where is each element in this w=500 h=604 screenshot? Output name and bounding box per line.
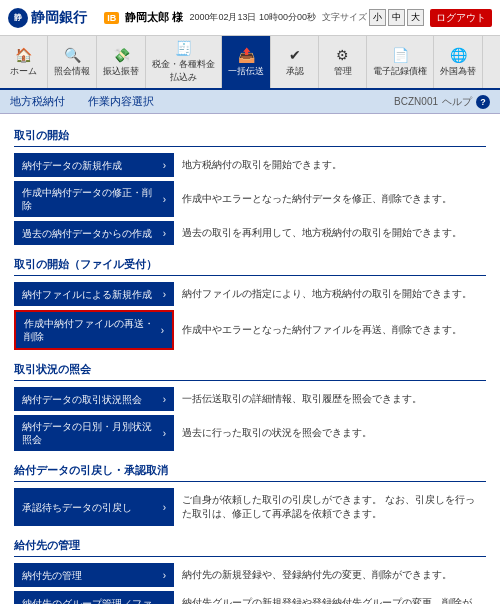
nav-item-manage[interactable]: ⚙管理 — [319, 36, 367, 88]
menu-button-from-past[interactable]: 過去の納付データからの作成› — [14, 221, 174, 245]
menu-row-new-create: 納付データの新規作成›地方税納付の取引を開始できます。 — [14, 153, 486, 177]
section-title-section-start: 取引の開始 — [14, 124, 486, 147]
chevron-icon-edit-delete: › — [163, 193, 166, 206]
menu-button-label-file-new: 納付ファイルによる新規作成 — [22, 288, 152, 301]
header-left: 静 静岡銀行 — [8, 8, 87, 28]
breadcrumb-left: 地方税納付 作業内容選択 — [10, 94, 154, 109]
bulk-icon: 📤 — [238, 47, 255, 63]
chevron-icon-pullback: › — [163, 501, 166, 514]
font-small-button[interactable]: 小 — [369, 9, 386, 26]
header: 静 静岡銀行 IB 静岡太郎 様 2000年02月13日 10時00分00秒 文… — [0, 0, 500, 36]
help-label: ヘルプ — [442, 95, 472, 109]
nav-label-tax: 税金・各種料金 払込み — [152, 58, 215, 84]
nav-label-manage: 管理 — [334, 65, 352, 78]
menu-row-pullback: 承認待ちデータの引戻し›ご自身が依頼した取引の引戻しができます。 なお、引戻しを… — [14, 488, 486, 526]
menu-button-label-edit-delete: 作成中納付データの修正・削除 — [22, 186, 159, 212]
breadcrumb-separator — [71, 94, 82, 109]
menu-button-file-resend[interactable]: 作成中納付ファイルの再送・削除› — [14, 310, 174, 350]
menu-row-status-inquiry: 納付データの取引状況照会›一括伝送取引の詳細情報、取引履歴を照会できます。 — [14, 387, 486, 411]
nav-label-承認: 承認 — [286, 65, 304, 78]
menu-button-pullback[interactable]: 承認待ちデータの引戻し› — [14, 488, 174, 526]
menu-button-payee-manage[interactable]: 納付先の管理› — [14, 563, 174, 587]
breadcrumb-right: BCZN001 ヘルプ ? — [394, 95, 490, 109]
menu-button-edit-delete[interactable]: 作成中納付データの修正・削除› — [14, 181, 174, 217]
nav-item-bulk[interactable]: 📤一括伝送 — [222, 36, 271, 88]
menu-desc-daily-inquiry: 過去に行った取引の状況を照会できます。 — [174, 415, 486, 451]
font-medium-button[interactable]: 中 — [388, 9, 405, 26]
chevron-icon-from-past: › — [163, 227, 166, 240]
bank-name: 静岡銀行 — [31, 9, 87, 27]
breadcrumb-page: 地方税納付 — [10, 94, 65, 109]
nav-item-承認[interactable]: ✔承認 — [271, 36, 319, 88]
nav-label-bulk: 一括伝送 — [228, 65, 264, 78]
section-title-section-file: 取引の開始（ファイル受付） — [14, 253, 486, 276]
nav-label-transfer: 振込振替 — [103, 65, 139, 78]
section-title-section-status: 取引状況の照会 — [14, 358, 486, 381]
nav-label-foreign: 外国為替 — [440, 65, 476, 78]
menu-desc-new-create: 地方税納付の取引を開始できます。 — [174, 153, 486, 177]
user-name: 静岡太郎 様 — [125, 10, 183, 25]
breadcrumb-section: 作業内容選択 — [88, 94, 154, 109]
menu-desc-from-past: 過去の取引を再利用して、地方税納付の取引を開始できます。 — [174, 221, 486, 245]
foreign-icon: 🌐 — [450, 47, 467, 63]
erec-icon: 📄 — [392, 47, 409, 63]
承認-icon: ✔ — [289, 47, 301, 63]
chevron-icon-file-new: › — [163, 288, 166, 301]
nav-item-erec[interactable]: 📄電子記録債権 — [367, 36, 434, 88]
chevron-icon-status-inquiry: › — [163, 393, 166, 406]
menu-button-label-group-manage: 納付先のグループ管理／ファイル登録 — [22, 597, 159, 604]
menu-desc-edit-delete: 作成中やエラーとなった納付データを修正、削除できます。 — [174, 181, 486, 217]
menu-button-file-new[interactable]: 納付ファイルによる新規作成› — [14, 282, 174, 306]
menu-button-label-pullback: 承認待ちデータの引戻し — [22, 501, 132, 514]
nav-item-transfer[interactable]: 💸振込振替 — [97, 36, 146, 88]
main-content: 取引の開始納付データの新規作成›地方税納付の取引を開始できます。作成中納付データ… — [0, 114, 500, 604]
chevron-icon-file-resend: › — [161, 324, 164, 337]
tax-icon: 🧾 — [175, 40, 192, 56]
menu-row-from-past: 過去の納付データからの作成›過去の取引を再利用して、地方税納付の取引を開始できま… — [14, 221, 486, 245]
bank-logo-char: 静 — [14, 12, 22, 23]
header-right: IB 静岡太郎 様 2000年02月13日 10時00分00秒 文字サイズ 小 … — [104, 9, 492, 27]
menu-button-new-create[interactable]: 納付データの新規作成› — [14, 153, 174, 177]
manage-icon: ⚙ — [336, 47, 349, 63]
menu-row-file-resend: 作成中納付ファイルの再送・削除›作成中やエラーとなった納付ファイルを再送、削除で… — [14, 310, 486, 350]
nav-item-inquiry[interactable]: 🔍照会情報 — [48, 36, 97, 88]
menu-row-edit-delete: 作成中納付データの修正・削除›作成中やエラーとなった納付データを修正、削除できま… — [14, 181, 486, 217]
bank-logo-icon: 静 — [8, 8, 28, 28]
nav-item-foreign[interactable]: 🌐外国為替 — [434, 36, 483, 88]
menu-button-label-payee-manage: 納付先の管理 — [22, 569, 82, 582]
font-large-button[interactable]: 大 — [407, 9, 424, 26]
nav-label-erec: 電子記録債権 — [373, 65, 427, 78]
menu-button-status-inquiry[interactable]: 納付データの取引状況照会› — [14, 387, 174, 411]
menu-button-label-file-resend: 作成中納付ファイルの再送・削除 — [24, 317, 157, 343]
chevron-icon-daily-inquiry: › — [163, 427, 166, 440]
logout-button[interactable]: ログアウト — [430, 9, 492, 27]
menu-desc-group-manage: 納付先グループの新規登録や登録納付先グループの変更、削除ができます。 また、登録… — [174, 591, 486, 604]
font-size-label: 文字サイズ — [322, 11, 367, 24]
menu-desc-file-new: 納付ファイルの指定により、地方税納付の取引を開始できます。 — [174, 282, 486, 306]
menu-row-daily-inquiry: 納付データの日別・月別状況照会›過去に行った取引の状況を照会できます。 — [14, 415, 486, 451]
menu-button-label-daily-inquiry: 納付データの日別・月別状況照会 — [22, 420, 159, 446]
menu-button-daily-inquiry[interactable]: 納付データの日別・月別状況照会› — [14, 415, 174, 451]
menu-row-payee-manage: 納付先の管理›納付先の新規登録や、登録納付先の変更、削除ができます。 — [14, 563, 486, 587]
nav-item-home[interactable]: 🏠ホーム — [0, 36, 48, 88]
nav-label-home: ホーム — [10, 65, 37, 78]
menu-row-file-new: 納付ファイルによる新規作成›納付ファイルの指定により、地方税納付の取引を開始でき… — [14, 282, 486, 306]
font-size-control: 文字サイズ 小 中 大 — [322, 9, 424, 26]
inquiry-icon: 🔍 — [64, 47, 81, 63]
section-title-section-cancel: 給付データの引戻し・承認取消 — [14, 459, 486, 482]
nav-item-tax[interactable]: 🧾税金・各種料金 払込み — [146, 36, 222, 88]
menu-button-group-manage[interactable]: 納付先のグループ管理／ファイル登録› — [14, 591, 174, 604]
bank-logo: 静 静岡銀行 — [8, 8, 87, 28]
breadcrumb: 地方税納付 作業内容選択 BCZN001 ヘルプ ? — [0, 90, 500, 114]
nav-label-inquiry: 照会情報 — [54, 65, 90, 78]
menu-desc-file-resend: 作成中やエラーとなった納付ファイルを再送、削除できます。 — [174, 310, 486, 350]
help-button[interactable]: ? — [476, 95, 490, 109]
menu-button-label-from-past: 過去の納付データからの作成 — [22, 227, 152, 240]
page-id: BCZN001 — [394, 96, 438, 107]
menu-desc-payee-manage: 納付先の新規登録や、登録納付先の変更、削除ができます。 — [174, 563, 486, 587]
home-icon: 🏠 — [15, 47, 32, 63]
ib-badge: IB — [104, 12, 119, 24]
menu-desc-status-inquiry: 一括伝送取引の詳細情報、取引履歴を照会できます。 — [174, 387, 486, 411]
chevron-icon-payee-manage: › — [163, 569, 166, 582]
menu-button-label-new-create: 納付データの新規作成 — [22, 159, 122, 172]
